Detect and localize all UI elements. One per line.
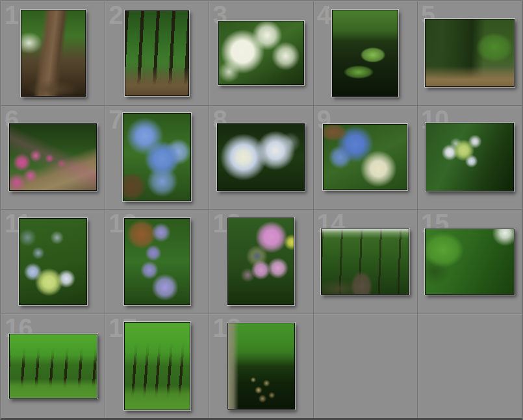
grid-cell[interactable]: 10 bbox=[418, 106, 522, 210]
grid-cell-empty bbox=[314, 314, 418, 419]
grid-cell[interactable]: 18 bbox=[209, 314, 313, 419]
photo-thumbnail-tree-grove-portrait[interactable] bbox=[124, 322, 190, 410]
grid-cell[interactable]: 4 bbox=[314, 1, 418, 106]
grid-cell[interactable]: 1 bbox=[1, 1, 105, 106]
photo-thumbnail-forest-trunks-leaf-litter[interactable] bbox=[125, 10, 189, 96]
grid-cell-empty bbox=[418, 314, 522, 419]
grid-cell[interactable]: 7 bbox=[105, 106, 209, 210]
photo-thumbnail-forest-path[interactable] bbox=[321, 229, 409, 295]
photo-thumbnail-blue-hydrangea-mopheads[interactable] bbox=[123, 113, 191, 201]
cell-index-number: 2 bbox=[108, 1, 122, 29]
grid-cell[interactable]: 15 bbox=[418, 210, 522, 314]
grid-cell[interactable]: 8 bbox=[209, 106, 313, 210]
grid-cell[interactable]: 12 bbox=[105, 210, 209, 314]
photo-thumbnail-white-green-lacecap-hydrangea[interactable] bbox=[426, 123, 514, 191]
photo-thumbnail-blue-and-cream-hydrangeas[interactable] bbox=[323, 124, 407, 190]
grid-cell[interactable]: 9 bbox=[314, 106, 418, 210]
photo-thumbnail-white-hydrangea-blooms[interactable] bbox=[218, 21, 304, 85]
photo-thumbnail-mossy-tree-trunk[interactable] bbox=[425, 19, 515, 87]
cell-index-number: 4 bbox=[317, 1, 331, 29]
grid-cell[interactable]: 11 bbox=[1, 210, 105, 314]
grid-cell[interactable]: 16 bbox=[1, 314, 105, 419]
photo-thumbnail-purple-lacecap-hydrangeas-red-ground[interactable] bbox=[124, 218, 190, 305]
photo-thumbnail-pink-lacecap-hydrangea-closeup[interactable] bbox=[227, 217, 294, 305]
photo-thumbnail-pale-blue-lacecap-hydrangea[interactable] bbox=[19, 218, 87, 305]
grid-cell[interactable]: 5 bbox=[418, 1, 522, 106]
photo-thumbnail-dense-green-foliage[interactable] bbox=[425, 229, 515, 295]
photo-grid-view: 1 2 3 4 5 6 7 8 9 10 11 bbox=[0, 0, 523, 420]
cell-index-number: 7 bbox=[108, 106, 122, 133]
grid-cell[interactable]: 6 bbox=[1, 106, 105, 210]
grid-cell[interactable]: 3 bbox=[209, 1, 313, 106]
grid-cell[interactable]: 17 bbox=[105, 314, 209, 419]
grid-cell[interactable]: 13 bbox=[209, 210, 313, 314]
grid-cell[interactable]: 2 bbox=[105, 1, 209, 106]
photo-thumbnail-tree-grove-green-ground[interactable] bbox=[9, 334, 97, 399]
photo-thumbnail-tree-trunk-with-roots[interactable] bbox=[21, 10, 86, 97]
photo-thumbnail-pink-azaleas-along-path[interactable] bbox=[9, 123, 97, 191]
photo-thumbnail-garden-stream-with-reeds[interactable] bbox=[227, 323, 295, 410]
grid-cell[interactable]: 14 bbox=[314, 210, 418, 314]
cell-index-number: 1 bbox=[5, 1, 18, 29]
photo-thumbnail-pond-with-grass-islands[interactable] bbox=[332, 10, 398, 97]
photo-thumbnail-two-pale-blue-cream-hydrangeas[interactable] bbox=[217, 123, 305, 191]
